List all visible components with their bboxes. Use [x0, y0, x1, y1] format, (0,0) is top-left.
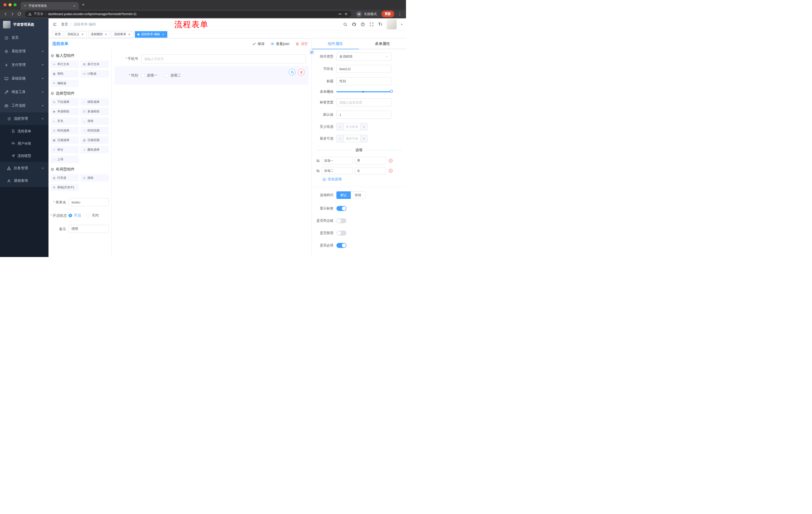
font-size-icon[interactable]: TT [378, 22, 382, 27]
sidebar-item-home[interactable]: 首页 [0, 31, 49, 45]
add-option-button[interactable]: 添加选项 [322, 177, 406, 182]
grid-slider[interactable] [337, 91, 392, 92]
sidebar-item-payment[interactable]: ¥ 支付管理 [0, 58, 49, 72]
delete-component-button[interactable] [298, 69, 304, 76]
save-button[interactable]: 保存 [252, 42, 265, 46]
decrease-button[interactable]: − [337, 135, 344, 142]
link-icon[interactable] [310, 50, 314, 55]
avatar[interactable] [387, 19, 397, 29]
address-bar[interactable]: 不安全 dashboard.yudao.iocoder.cn/bpm/manag… [25, 11, 351, 17]
browser-menu-icon[interactable]: ⋮ [397, 12, 403, 16]
view-tab-process-model[interactable]: 流程模型 × [88, 31, 110, 38]
sidebar-item-system[interactable]: 系统管理 [0, 45, 49, 58]
phone-field[interactable]: *手机号 [115, 53, 309, 65]
gender-option-2[interactable]: 选项二 [165, 73, 181, 78]
field-name-input[interactable] [337, 65, 392, 73]
palette-item-date-picker[interactable]: ▦日期选择 [51, 137, 79, 144]
palette-item-checkbox-group[interactable]: ☑多选框组 [81, 108, 109, 115]
gender-option-1[interactable]: 选项一 [141, 73, 157, 78]
palette-item-time-range[interactable]: ◔时间范围 [81, 127, 109, 134]
palette-item-radio-group[interactable]: ◉单选框组 [51, 108, 79, 115]
avatar-caret-icon[interactable]: ▾ [401, 23, 403, 26]
tab-component-props[interactable]: 组件属性 [312, 38, 359, 49]
remove-option-button[interactable] [388, 158, 393, 163]
window-zoom-button[interactable] [13, 3, 17, 6]
disabled-toggle[interactable] [337, 231, 346, 236]
forward-icon[interactable] [10, 12, 14, 16]
view-tab-process-form[interactable]: 流程表单 × [112, 31, 134, 38]
new-tab-button[interactable]: + [82, 2, 85, 7]
back-icon[interactable] [3, 12, 8, 16]
search-icon[interactable] [343, 22, 347, 27]
min-select-value[interactable]: 至少应选 [344, 123, 360, 130]
view-json-button[interactable]: 查看json [270, 42, 289, 46]
status-on-radio[interactable]: 开启 [68, 213, 81, 218]
palette-item-table[interactable]: ⊞表格[开发中] [51, 184, 79, 191]
url-text[interactable]: dashboard.yudao.iocoder.cn/bpm/manager/f… [48, 12, 336, 16]
view-tab-home[interactable]: 首页 [52, 31, 63, 38]
sidebar-item-process-forms[interactable]: 流程表单 [0, 125, 49, 137]
increase-button[interactable]: + [360, 123, 367, 130]
style-default-button[interactable]: 默认 [337, 191, 351, 199]
close-icon[interactable]: × [127, 33, 131, 36]
component-type-select[interactable]: 多选框组 [337, 53, 392, 61]
palette-item-upload[interactable]: ↑上传 [51, 156, 79, 163]
sidebar-item-process-management[interactable]: 流程管理 [0, 112, 49, 125]
option-value-input[interactable] [355, 157, 386, 164]
sidebar-item-leave-query[interactable]: 请假查询 [0, 174, 49, 187]
help-icon[interactable] [360, 22, 365, 27]
remove-option-button[interactable] [388, 168, 393, 173]
palette-item-cascader[interactable]: ∴级联选择 [81, 98, 109, 106]
palette-item-select[interactable]: ◎下拉选择 [51, 98, 79, 106]
gender-field-selected[interactable]: *性别 选项一 选项二 [115, 66, 309, 84]
sidebar-item-devtools[interactable]: 研发工具 [0, 85, 49, 99]
status-off-radio[interactable]: 关闭 [86, 213, 99, 218]
sidebar-logo[interactable]: 芋道管理系统 [0, 18, 49, 31]
palette-item-color-picker[interactable]: ◑颜色选择 [81, 146, 109, 154]
form-name-input[interactable] [68, 198, 109, 206]
breadcrumb-home[interactable]: 首页 [61, 22, 68, 27]
default-value-input[interactable] [337, 111, 392, 119]
sidebar-item-user-groups[interactable]: 用户分组 [0, 137, 49, 150]
palette-item-row-container[interactable]: ▥行容器 [51, 174, 79, 182]
palette-item-time-picker[interactable]: ◷时间选择 [51, 127, 79, 134]
style-button-button[interactable]: 按钮 [351, 191, 365, 199]
bookmark-star-icon[interactable] [344, 12, 348, 16]
sidebar-item-process-models[interactable]: 流程模型 [0, 150, 49, 162]
view-tab-process-definition[interactable]: 流程定义 × [65, 31, 87, 38]
security-label[interactable]: 不安全 [34, 12, 44, 16]
password-key-icon[interactable] [338, 12, 342, 16]
palette-item-switch[interactable]: ◐开关 [51, 117, 79, 125]
fullscreen-icon[interactable] [369, 22, 374, 27]
close-icon[interactable]: × [81, 33, 84, 36]
window-minimize-button[interactable] [8, 3, 11, 6]
drag-handle-icon[interactable] [316, 169, 320, 173]
option-name-input[interactable] [322, 167, 353, 174]
phone-input[interactable] [141, 54, 306, 63]
increase-button[interactable]: + [360, 135, 367, 142]
copy-component-button[interactable] [289, 69, 295, 76]
palette-item-multi-line-text[interactable]: ▤多行文本 [81, 61, 109, 68]
palette-item-button[interactable]: ⊡按钮 [81, 174, 109, 182]
form-canvas[interactable]: *手机号 *性别 [112, 49, 312, 257]
option-name-input[interactable] [322, 157, 353, 164]
drag-handle-icon[interactable] [316, 159, 320, 163]
github-icon[interactable] [352, 22, 356, 27]
border-toggle[interactable] [337, 218, 346, 223]
reload-icon[interactable] [17, 12, 21, 16]
sidebar-item-infrastructure[interactable]: 基础设施 [0, 72, 49, 85]
required-toggle[interactable] [337, 243, 346, 248]
clear-button[interactable]: 清空 [295, 42, 308, 46]
palette-item-single-line-text[interactable]: ▭单行文本 [51, 61, 79, 68]
window-close-button[interactable] [3, 3, 6, 6]
tab-form-props[interactable]: 表单属性 [359, 38, 406, 49]
label-width-input[interactable] [337, 98, 392, 106]
palette-item-date-range[interactable]: ▧日期范围 [81, 137, 109, 144]
close-icon[interactable]: × [162, 33, 165, 36]
option-value-input[interactable] [355, 167, 386, 174]
max-select-value[interactable]: 最多可选 [344, 135, 360, 142]
palette-item-editor[interactable]: ✎编辑器 [51, 80, 79, 87]
show-label-toggle[interactable] [337, 206, 346, 211]
remark-textarea[interactable]: 嘿嘿 [68, 225, 109, 233]
decrease-button[interactable]: − [337, 123, 344, 130]
